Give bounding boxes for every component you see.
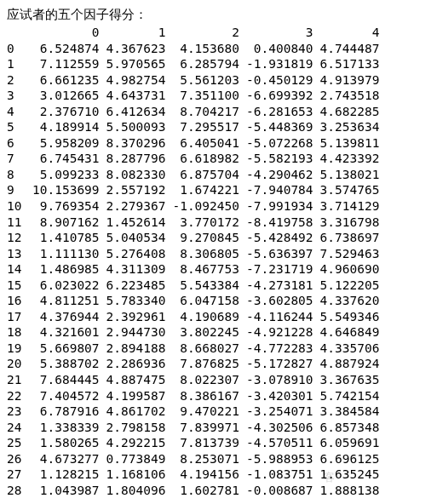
cell-value: 5.742154 — [320, 388, 387, 404]
row-index: 23 — [7, 404, 32, 420]
cell-value: -7.231719 — [246, 261, 320, 278]
table-row: 109.7693542.279367-1.092450-7.9919343.71… — [7, 198, 386, 215]
cell-value: 2.392961 — [106, 309, 173, 325]
cell-value: -5.172827 — [246, 356, 320, 372]
cell-value: 8.022307 — [172, 372, 246, 388]
cell-value: -5.582193 — [246, 151, 320, 167]
row-index: 7 — [7, 151, 32, 167]
cell-value: 3.012665 — [32, 88, 106, 104]
cell-value: -4.273181 — [246, 278, 320, 294]
cell-value: 6.745431 — [32, 151, 106, 167]
cell-value: 1.111130 — [32, 246, 106, 262]
cell-value: 2.376710 — [32, 104, 106, 120]
cell-value: 7.404572 — [32, 388, 106, 404]
cell-value: 4.190689 — [172, 309, 246, 325]
row-index: 17 — [7, 309, 32, 325]
cell-value: -8.419758 — [246, 215, 320, 231]
row-index: 16 — [7, 293, 32, 309]
cell-value: -6.699392 — [246, 88, 320, 104]
cell-value: 9.470221 — [172, 404, 246, 420]
page-title: 应试者的五个因子得分： — [7, 7, 430, 23]
cell-value: 2.557192 — [106, 182, 173, 198]
cell-value: 8.704217 — [172, 104, 246, 120]
cell-value: 5.040534 — [106, 230, 173, 246]
cell-value: 5.669807 — [32, 341, 106, 357]
cell-value: 5.139811 — [320, 135, 387, 152]
cell-value: 8.370296 — [106, 135, 173, 152]
cell-value: 6.047158 — [172, 293, 246, 309]
cell-value: -4.570511 — [246, 435, 320, 451]
table-header-row: 0 1 2 3 4 — [7, 25, 386, 41]
cell-value: 7.295517 — [172, 119, 246, 135]
table-row: 281.0439871.8040961.602781-0.0086871.888… — [7, 483, 386, 499]
cell-value: 4.744487 — [320, 41, 387, 57]
cell-value: 3.802245 — [172, 324, 246, 341]
cell-value: 4.887475 — [106, 372, 173, 388]
table-row: 42.3767106.4126348.704217-6.2816534.6822… — [7, 104, 386, 120]
table-row: 264.6732770.7738498.253071-5.9889536.696… — [7, 451, 386, 467]
cell-value: -7.991934 — [246, 198, 320, 215]
table-row: 65.9582098.3702966.405041-5.0722685.1398… — [7, 135, 386, 152]
cell-value: 5.388702 — [32, 356, 106, 372]
cell-value: -4.290462 — [246, 167, 320, 183]
cell-value: 5.543384 — [172, 278, 246, 294]
cell-value: 10.153699 — [32, 182, 106, 198]
table-row: 910.1536992.5571921.674221-7.9407843.574… — [7, 182, 386, 198]
cell-value: 4.194156 — [172, 467, 246, 483]
cell-value: -5.988953 — [246, 451, 320, 467]
cell-value: 6.875704 — [172, 167, 246, 183]
table-row: 156.0230226.2234855.543384-4.2731815.122… — [7, 278, 386, 294]
cell-value: 1.168106 — [106, 467, 173, 483]
cell-value: 5.783340 — [106, 293, 173, 309]
cell-value: 6.517133 — [320, 56, 387, 72]
col-header: 4 — [320, 25, 387, 41]
table-row: 131.1111305.2764088.306805-5.6363977.529… — [7, 246, 386, 262]
table-row: 241.3383392.7981587.839971-4.3025066.857… — [7, 420, 386, 436]
table-row: 236.7879164.8617029.470221-3.2540713.384… — [7, 404, 386, 420]
cell-value: 6.285794 — [172, 56, 246, 72]
cell-value: 3.714129 — [320, 198, 387, 215]
cell-value: 4.423392 — [320, 151, 387, 167]
cell-value: -1.083751 — [246, 467, 320, 483]
cell-value: -7.940784 — [246, 182, 320, 198]
cell-value: 7.351100 — [172, 88, 246, 104]
cell-value: 8.386167 — [172, 388, 246, 404]
cell-value: 6.696125 — [320, 451, 387, 467]
cell-value: -5.448369 — [246, 119, 320, 135]
cell-value: 8.306805 — [172, 246, 246, 262]
cell-value: -0.008687 — [246, 483, 320, 499]
cell-value: -1.092450 — [172, 198, 246, 215]
cell-value: 6.223485 — [106, 278, 173, 294]
cell-value: 1.888138 — [320, 483, 387, 499]
cell-value: 6.857348 — [320, 420, 387, 436]
cell-value: 4.960690 — [320, 261, 387, 278]
cell-value: 1.410785 — [32, 230, 106, 246]
row-index: 3 — [7, 88, 32, 104]
row-index: 19 — [7, 341, 32, 357]
cell-value: 7.839971 — [172, 420, 246, 436]
table-row: 195.6698072.8941888.668027-4.7722834.335… — [7, 341, 386, 357]
cell-value: 4.199587 — [106, 388, 173, 404]
cell-value: 2.743518 — [320, 88, 387, 104]
row-index: 18 — [7, 324, 32, 341]
row-index: 0 — [7, 41, 32, 57]
cell-value: 4.811251 — [32, 293, 106, 309]
table-row: 227.4045724.1995878.386167-3.4203015.742… — [7, 388, 386, 404]
table-row: 118.9071621.4526143.770172-8.4197583.316… — [7, 215, 386, 231]
cell-value: -3.254071 — [246, 404, 320, 420]
cell-value: 3.367635 — [320, 372, 387, 388]
row-index: 28 — [7, 483, 32, 499]
cell-value: 3.770172 — [172, 215, 246, 231]
cell-value: 4.673277 — [32, 451, 106, 467]
cell-value: 9.270845 — [172, 230, 246, 246]
row-index: 2 — [7, 72, 32, 89]
cell-value: 4.376944 — [32, 309, 106, 325]
cell-value: 8.253071 — [172, 451, 246, 467]
row-index: 24 — [7, 420, 32, 436]
table-row: 33.0126654.6437317.351100-6.6993922.7435… — [7, 88, 386, 104]
cell-value: 4.292215 — [106, 435, 173, 451]
cell-value: 7.876825 — [172, 356, 246, 372]
cell-value: 1.602781 — [172, 483, 246, 499]
cell-value: -3.420301 — [246, 388, 320, 404]
cell-value: 1.486985 — [32, 261, 106, 278]
